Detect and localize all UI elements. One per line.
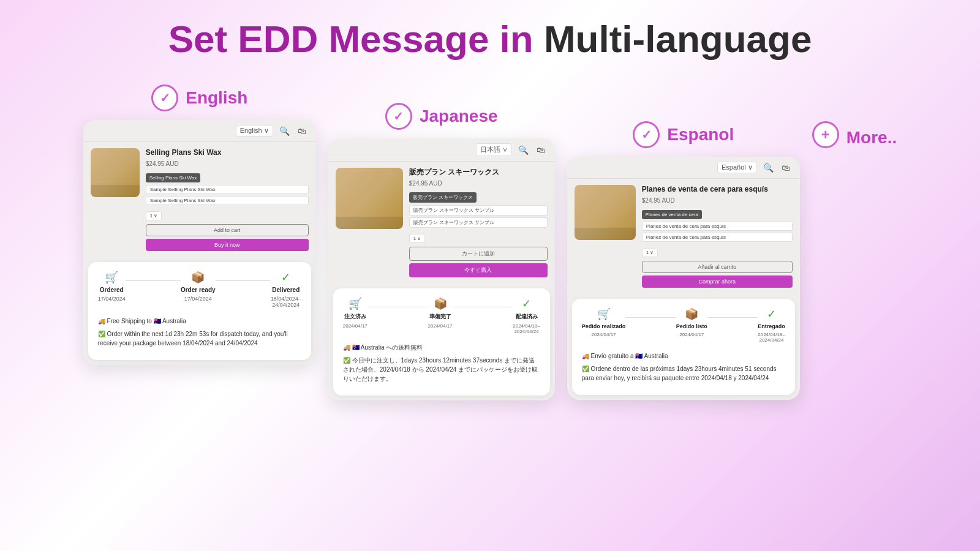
japanese-ordered-date: 2024/04/17 <box>343 323 368 329</box>
japanese-product-image <box>336 168 403 229</box>
japanese-block: ✓ Japanese 日本語 ∨ 🔍 🛍 販売プラン スキーワックス $24.9… <box>328 103 555 400</box>
english-shipping-line: 🚚 Free Shipping to 🇦🇺 Australia <box>98 317 301 326</box>
english-label-text: English <box>186 88 247 108</box>
japanese-order-line: ✅ 今日中に注文し、1days 23hours 12minutes 37seco… <box>343 356 540 383</box>
japanese-lang-select[interactable]: 日本語 ∨ <box>476 143 512 156</box>
japanese-steps-row: 🛒 注文済み 2024/04/17 📦 準備完了 2024/04/17 ✓ 配達… <box>343 297 540 334</box>
more-plus-icon[interactable]: + <box>812 121 839 148</box>
japanese-product-section: 販売プラン スキーワックス $24.95 AUD 販売プラン スキーワックス 販… <box>328 162 555 283</box>
espanol-ordered-label: Pedido realizado <box>582 323 626 329</box>
japanese-shipping-line: 🚚 🇦🇺 Australia への送料無料 <box>343 343 540 352</box>
title-multi-part: Multi-language <box>544 18 812 60</box>
japanese-qty-select[interactable]: 1 ∨ <box>409 234 426 243</box>
espanol-order-text: ✅ Ordene dentro de las próximas 1days 23… <box>582 364 785 383</box>
english-product-image <box>91 148 140 197</box>
english-add-cart-btn[interactable]: Add to cart <box>146 224 309 236</box>
japanese-edd-box: 🛒 注文済み 2024/04/17 📦 準備完了 2024/04/17 ✓ 配達… <box>333 288 550 395</box>
english-variant-2[interactable]: Sample Selling Plans Ski Wax <box>146 196 309 205</box>
espanol-label-text: Espanol <box>667 125 734 144</box>
english-lang-select[interactable]: English ∨ <box>236 125 273 137</box>
japanese-ordered-icon: 🛒 <box>349 297 362 310</box>
japanese-search-icon[interactable]: 🔍 <box>518 144 529 156</box>
japanese-ordered-label: 注文済み <box>344 313 366 321</box>
espanol-divider-1 <box>625 317 676 318</box>
japanese-variant-btn[interactable]: 販売プラン スキーワックス <box>409 192 477 203</box>
espanol-shipping-text: 🚚 Envío gratuito a 🇦🇺 Australia <box>582 351 668 361</box>
english-variant-1[interactable]: Sample Selling Plans Ski Wax <box>146 185 309 194</box>
japanese-ready-date: 2024/04/17 <box>428 323 453 329</box>
english-shipping-text: 🚚 Free Shipping to 🇦🇺 Australia <box>98 317 186 326</box>
espanol-lang-select[interactable]: Español ∨ <box>717 162 757 173</box>
japanese-divider-2 <box>453 307 513 307</box>
more-block: + More.. <box>812 84 897 157</box>
espanol-step-delivered: ✓ Entregado 2024/04/18–2024/04/24 <box>758 307 785 343</box>
english-step-ordered: 🛒 Ordered 17/04/2024 <box>98 271 126 302</box>
english-edd-box: 🛒 Ordered 17/04/2024 📦 Order ready 17/04… <box>88 262 311 360</box>
english-check-icon: ✓ <box>151 84 178 111</box>
espanol-step-ordered: 🛒 Pedido realizado 2024/04/17 <box>582 307 626 337</box>
espanol-delivered-icon: ✓ <box>767 307 776 321</box>
english-product-title: Selling Plans Ski Wax <box>146 148 309 158</box>
japanese-cart-icon[interactable]: 🛍 <box>535 144 546 156</box>
cart-icon[interactable]: 🛍 <box>296 126 307 137</box>
espanol-buy-now-btn[interactable]: Comprar ahora <box>642 276 793 288</box>
english-block: ✓ English English ∨ 🔍 🛍 Selling Plans Sk… <box>83 84 316 365</box>
english-browser-bar: English ∨ 🔍 🛍 <box>83 120 316 142</box>
espanol-variant-row: Planes de venta de cera para esquís Plan… <box>642 222 793 242</box>
title-edd-part: Set EDD Message in <box>168 18 544 60</box>
english-variant-btn[interactable]: Selling Plans Ski Wax <box>146 173 201 182</box>
japanese-variant-1[interactable]: 販売プラン スキーワックス サンプル <box>409 205 548 216</box>
espanol-divider-2 <box>707 317 758 318</box>
english-order-line: ✅ Order within the next 1d 23h 22m 53s f… <box>98 329 301 348</box>
english-ready-date: 17/04/2024 <box>184 296 212 302</box>
espanol-product-section: Planes de venta de cera para esquís $24.… <box>567 179 800 294</box>
english-delivered-date: 18/04/2024–24/04/2024 <box>271 296 301 308</box>
japanese-delivered-icon: ✓ <box>522 297 531 310</box>
japanese-variant-2[interactable]: 販売プラン スキーワックス サンプル <box>409 217 548 228</box>
english-divider-1 <box>126 280 181 281</box>
english-ordered-label: Ordered <box>100 287 124 293</box>
search-icon[interactable]: 🔍 <box>279 126 290 137</box>
english-qty-select[interactable]: 1 ∨ <box>146 211 162 220</box>
espanol-edd-box: 🛒 Pedido realizado 2024/04/17 📦 Pedido l… <box>572 299 795 395</box>
japanese-card: 日本語 ∨ 🔍 🛍 販売プラン スキーワックス $24.95 AUD 販売プラン… <box>328 138 555 400</box>
english-ordered-icon: 🛒 <box>105 271 118 284</box>
japanese-product-price: $24.95 AUD <box>409 180 548 187</box>
espanol-ordered-icon: 🛒 <box>597 307 611 321</box>
espanol-order-line: ✅ Ordene dentro de las próximas 1days 23… <box>582 364 785 383</box>
espanol-product-image <box>575 185 636 240</box>
espanol-variant-1[interactable]: Planes de venta de cera para esquís <box>642 222 793 231</box>
espanol-add-cart-btn[interactable]: Añadir al carrito <box>642 261 793 273</box>
english-step-delivered: ✓ Delivered 18/04/2024–24/04/2024 <box>271 271 301 308</box>
espanol-step-ready: 📦 Pedido listo 2024/04/17 <box>676 307 707 337</box>
japanese-browser-bar: 日本語 ∨ 🔍 🛍 <box>328 138 555 162</box>
english-buy-now-btn[interactable]: Buy it now <box>146 239 309 251</box>
espanol-delivered-label: Entregado <box>758 323 785 329</box>
english-ready-label: Order ready <box>181 287 216 293</box>
espanol-qty-select[interactable]: 1 ∨ <box>642 248 658 257</box>
espanol-steps-row: 🛒 Pedido realizado 2024/04/17 📦 Pedido l… <box>582 307 785 343</box>
espanol-ready-label: Pedido listo <box>676 323 707 329</box>
espanol-card: Español ∨ 🔍 🛍 Planes de venta de cera pa… <box>567 157 800 400</box>
english-variant-row: Sample Selling Plans Ski Wax Sample Sell… <box>146 185 309 205</box>
espanol-variant-btn[interactable]: Planes de venta de cera <box>642 210 702 219</box>
espanol-variant-2[interactable]: Planes de venta de cera para esquís <box>642 233 793 242</box>
espanol-shipping-line: 🚚 Envío gratuito a 🇦🇺 Australia <box>582 351 785 361</box>
language-cards-row: ✓ English English ∨ 🔍 🛍 Selling Plans Sk… <box>24 84 956 400</box>
espanol-cart-icon[interactable]: 🛍 <box>780 162 791 173</box>
japanese-ready-icon: 📦 <box>434 297 447 310</box>
espanol-search-icon[interactable]: 🔍 <box>763 162 774 173</box>
espanol-ready-date: 2024/04/17 <box>679 332 704 337</box>
english-ordered-date: 17/04/2024 <box>98 296 126 302</box>
japanese-add-cart-btn[interactable]: カートに追加 <box>409 247 548 261</box>
english-delivered-label: Delivered <box>272 287 300 293</box>
espanol-product-info: Planes de venta de cera para esquís $24.… <box>642 185 793 288</box>
more-label-row[interactable]: + More.. <box>812 121 897 148</box>
page-title: Set EDD Message in Multi-language <box>168 18 812 60</box>
espanol-product-title: Planes de venta de cera para esquís <box>642 185 793 195</box>
english-step-ready: 📦 Order ready 17/04/2024 <box>181 271 216 302</box>
japanese-label: ✓ Japanese <box>385 103 498 130</box>
more-label-text[interactable]: More.. <box>846 128 897 148</box>
japanese-buy-now-btn[interactable]: 今すぐ購入 <box>409 263 548 277</box>
english-ready-icon: 📦 <box>191 271 205 284</box>
